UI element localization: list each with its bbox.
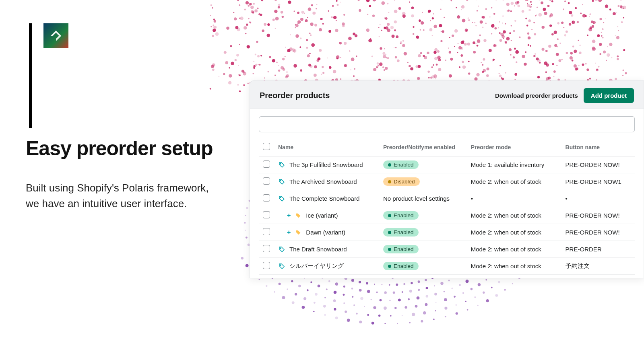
row-checkbox[interactable]: [263, 211, 270, 218]
svg-point-155: [275, 17, 279, 21]
svg-point-140: [274, 0, 277, 1]
svg-point-91: [237, 0, 239, 1]
product-name: The Complete Snowboard: [289, 195, 359, 202]
svg-point-301: [335, 29, 339, 32]
button-name: PRE-ORDER NOW!: [561, 224, 635, 241]
svg-point-1582: [335, 317, 338, 319]
svg-point-384: [609, 8, 611, 10]
svg-point-368: [502, 15, 504, 16]
svg-point-395: [275, 75, 276, 76]
svg-point-312: [530, 1, 532, 3]
svg-point-89: [368, 39, 372, 42]
table-row[interactable]: シルバーイヤリングEnabledMode 2: when out of stoc…: [259, 258, 635, 275]
svg-point-1275: [343, 286, 345, 288]
svg-point-295: [541, 48, 544, 51]
svg-point-268: [329, 66, 331, 68]
svg-point-646: [210, 15, 211, 16]
expand-icon[interactable]: +: [287, 212, 291, 219]
status-badge: Enabled: [383, 211, 419, 220]
add-product-button[interactable]: Add product: [584, 88, 634, 103]
svg-point-48: [310, 23, 313, 26]
product-name: The Archived Snowboard: [289, 178, 357, 185]
svg-point-300: [485, 8, 487, 10]
svg-point-218: [549, 15, 551, 18]
svg-point-391: [467, 17, 469, 19]
svg-point-634: [430, 76, 432, 78]
svg-point-508: [524, 63, 527, 66]
table-row[interactable]: +Dawn (variant)EnabledMode 2: when out o…: [259, 224, 635, 241]
svg-point-103: [258, 64, 258, 65]
svg-point-2: [499, 73, 500, 74]
svg-point-181: [243, 72, 246, 76]
table-row[interactable]: +Ice (variant)EnabledMode 2: when out of…: [259, 207, 635, 224]
svg-point-4: [387, 57, 389, 59]
svg-point-219: [416, 35, 419, 39]
select-all-checkbox[interactable]: [263, 143, 270, 150]
svg-point-545: [598, 0, 602, 2]
svg-point-321: [460, 41, 464, 44]
row-checkbox[interactable]: [263, 245, 270, 252]
table-row[interactable]: The Archived SnowboardDisabledMode 2: wh…: [259, 173, 635, 190]
svg-point-622: [404, 52, 407, 55]
table-row[interactable]: The Draft SnowboardEnabledMode 2: when o…: [259, 241, 635, 258]
svg-point-250: [549, 25, 552, 27]
svg-point-569: [300, 18, 303, 21]
svg-point-145: [502, 35, 505, 38]
button-name: 予約注文: [561, 258, 635, 275]
svg-point-231: [290, 35, 291, 35]
svg-point-608: [595, 63, 596, 64]
svg-point-392: [394, 21, 397, 23]
svg-point-1588: [274, 292, 275, 293]
svg-point-365: [517, 1, 519, 4]
tag-outline-icon: [278, 246, 285, 253]
svg-point-1516: [279, 283, 281, 285]
svg-point-418: [390, 26, 394, 29]
svg-point-511: [246, 1, 249, 4]
svg-point-585: [475, 23, 475, 23]
svg-point-1511: [323, 305, 326, 308]
row-checkbox[interactable]: [263, 177, 270, 185]
search-input[interactable]: [259, 116, 635, 132]
svg-point-1347: [398, 299, 401, 302]
status-badge: Enabled: [383, 228, 419, 237]
table-row[interactable]: The Complete SnowboardNo product-level s…: [259, 190, 635, 207]
svg-point-637: [428, 77, 430, 78]
svg-point-1428: [373, 306, 376, 309]
svg-point-1266: [418, 289, 420, 291]
svg-point-302: [572, 21, 573, 23]
svg-point-195: [505, 23, 506, 25]
svg-point-1420: [454, 296, 456, 298]
svg-point-468: [494, 44, 497, 47]
svg-point-183: [394, 0, 395, 0]
svg-point-554: [397, 60, 400, 62]
svg-point-462: [449, 37, 450, 38]
svg-point-482: [543, 8, 546, 11]
table-row[interactable]: The 3p Fulfilled SnowboardEnabledMode 1:…: [259, 156, 635, 173]
svg-point-1421: [444, 298, 447, 301]
download-preorders-button[interactable]: Download preorder products: [495, 92, 578, 99]
svg-point-678: [482, 16, 485, 19]
svg-point-73: [449, 51, 451, 53]
svg-point-499: [253, 73, 254, 74]
expand-icon[interactable]: +: [287, 229, 291, 236]
row-checkbox[interactable]: [263, 228, 270, 235]
svg-point-1344: [426, 295, 429, 298]
svg-point-688: [585, 63, 587, 65]
row-checkbox[interactable]: [263, 262, 270, 269]
preorder-mode: Mode 2: when out of stock: [467, 258, 561, 275]
row-checkbox[interactable]: [263, 160, 270, 168]
svg-point-167: [289, 47, 293, 51]
svg-point-25: [385, 17, 388, 20]
tag-outline-icon: [278, 161, 285, 169]
svg-point-555: [623, 17, 624, 18]
svg-point-410: [440, 40, 442, 42]
svg-point-638: [238, 74, 239, 75]
svg-point-530: [462, 66, 466, 69]
svg-point-197: [340, 2, 341, 3]
row-checkbox[interactable]: [263, 194, 270, 202]
svg-point-1510: [334, 308, 336, 311]
svg-point-1276: [335, 282, 339, 286]
svg-point-107: [353, 75, 355, 77]
svg-point-506: [336, 56, 340, 59]
svg-point-76: [477, 45, 479, 47]
